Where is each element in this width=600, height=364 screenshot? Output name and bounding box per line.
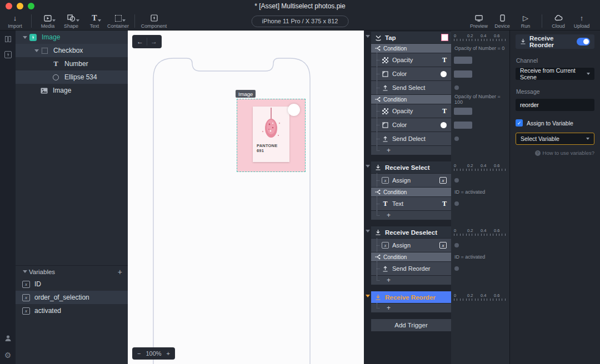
response-row-opacity[interactable]: OpacityT <box>364 53 509 67</box>
component-panel-icon[interactable] <box>4 51 12 58</box>
message-input[interactable] <box>516 99 594 111</box>
back-button[interactable]: ← <box>133 38 147 46</box>
expand-caret-icon[interactable] <box>23 36 27 39</box>
expand-caret-icon[interactable] <box>34 49 39 52</box>
import-button[interactable]: ↓ Import <box>3 13 27 29</box>
media-button[interactable]: Media <box>36 13 59 29</box>
layers-panel-icon[interactable] <box>5 36 11 42</box>
response-row-opacity[interactable]: OpacityT <box>364 104 509 118</box>
timeline-bar[interactable] <box>454 122 472 129</box>
timeline-ruler: 00.20.40.6 <box>454 163 507 171</box>
response-row-assign[interactable]: xAssignx <box>364 174 509 187</box>
variable-dropdown[interactable]: Select Variable <box>516 133 594 145</box>
minimize-window-button[interactable] <box>17 3 23 9</box>
timeline-bar[interactable] <box>454 108 472 115</box>
zoom-in-button[interactable]: + <box>167 350 170 357</box>
tap-area-chip[interactable] <box>441 34 448 41</box>
collapse-caret-icon[interactable] <box>366 295 370 297</box>
selected-image-layer[interactable]: Image PANTONE <box>237 99 306 172</box>
expand-caret-icon[interactable] <box>23 270 27 273</box>
condition-row[interactable]: Condition ID = activated <box>364 188 509 196</box>
trigger-enabled-toggle[interactable] <box>577 38 590 46</box>
timeline-bar[interactable] <box>454 70 472 78</box>
response-row-color[interactable]: Color <box>364 67 509 80</box>
settings-gear-icon[interactable]: ⚙ <box>4 351 12 360</box>
layer-item-checkbox[interactable]: Checkbox <box>16 44 128 57</box>
trigger-properties-header[interactable]: Receive Reorder <box>516 34 594 49</box>
checkbox-checked-icon[interactable]: ✓ <box>516 119 523 127</box>
text-button[interactable]: T Text <box>83 13 106 29</box>
assign-to-variable-row[interactable]: ✓ Assign to Variable <box>516 119 594 127</box>
add-response-row[interactable]: + <box>364 304 509 312</box>
variables-help-link[interactable]: ? How to use variables? <box>516 150 594 156</box>
response-row-send-select[interactable]: Send Select <box>364 81 509 94</box>
variable-icon: x <box>22 294 30 301</box>
target-ellipse-icon <box>441 71 447 77</box>
channel-dropdown[interactable]: Receive from Current Scene <box>516 68 594 80</box>
layer-item-ellipse[interactable]: Ellipse 534 <box>16 70 128 84</box>
layer-item-number[interactable]: T Number <box>16 57 128 70</box>
variable-name: activated <box>34 307 61 315</box>
component-button[interactable]: Component <box>139 13 168 29</box>
timeline-dot[interactable] <box>454 201 459 206</box>
zoom-out-button[interactable]: − <box>137 350 141 357</box>
window-controls[interactable] <box>6 3 34 9</box>
add-trigger-button[interactable]: Add Trigger <box>371 319 451 331</box>
response-row-text[interactable]: TTextT <box>364 197 509 210</box>
variable-item-order-of-selection[interactable]: x order_of_selection <box>16 291 128 304</box>
variable-item-activated[interactable]: x activated <box>16 304 128 317</box>
timeline-dot[interactable] <box>454 178 459 183</box>
timeline-dot[interactable] <box>454 85 459 90</box>
text-icon: T <box>92 14 97 22</box>
zoom-window-button[interactable] <box>28 3 34 9</box>
variables-header[interactable]: Variables + <box>16 265 128 277</box>
import-icon: ↓ <box>13 14 17 22</box>
checkbox-ellipse[interactable] <box>288 104 300 116</box>
layer-item-image[interactable]: Image <box>16 84 128 97</box>
timeline-bar[interactable] <box>454 57 472 64</box>
trigger-section-receive-reorder: Receive Reorder 00.20.40.6 + <box>364 291 509 312</box>
upload-button[interactable]: ↑ Upload <box>570 13 593 29</box>
zoom-level[interactable]: 100% <box>146 350 161 357</box>
account-icon[interactable] <box>4 334 12 344</box>
canvas[interactable]: ← → Image <box>128 31 364 364</box>
response-row-color[interactable]: Color <box>364 118 509 132</box>
add-response-row[interactable]: + <box>364 211 509 220</box>
layers-panel: Image Checkbox T Number Ellipse 534 Imag… <box>16 31 128 364</box>
condition-row[interactable]: Condition ID = activated <box>364 252 509 261</box>
collapse-caret-icon[interactable] <box>366 35 370 38</box>
close-window-button[interactable] <box>6 3 12 9</box>
selection-label: Image <box>236 90 256 98</box>
timeline-dot[interactable] <box>454 243 459 247</box>
add-response-row[interactable]: + <box>364 276 509 285</box>
condition-row[interactable]: Condition Opacity of Number = 0 <box>364 44 509 53</box>
device-button[interactable]: Device <box>491 13 514 29</box>
cloud-button[interactable]: Cloud <box>547 13 570 29</box>
trigger-header-receive-select[interactable]: Receive Select 00.20.40.6 <box>364 161 509 173</box>
variable-item-id[interactable]: x ID <box>16 277 128 291</box>
timeline-ruler: 00.20.40.6 <box>454 293 507 301</box>
response-row-send-delect[interactable]: Send Delect <box>364 132 509 145</box>
condition-row[interactable]: Condition Opacity of Number = 100 <box>364 95 509 104</box>
layer-item-image-component[interactable]: Image <box>16 31 128 44</box>
add-variable-button[interactable]: + <box>118 267 122 276</box>
protopie-window: * [Asset] Multiselect photos.pie ↓ Impor… <box>0 0 600 364</box>
add-response-row[interactable]: + <box>364 146 509 155</box>
variable-name: order_of_selection <box>34 294 89 301</box>
trigger-header-tap[interactable]: Tap 00.20.40.6 <box>364 32 509 43</box>
timeline-dot[interactable] <box>454 136 459 141</box>
run-button[interactable]: ▷ Run <box>514 13 537 29</box>
collapse-caret-icon[interactable] <box>366 165 370 168</box>
preview-button[interactable]: Preview <box>467 13 491 29</box>
collapse-caret-icon[interactable] <box>366 230 370 232</box>
timeline-dot[interactable] <box>454 266 459 271</box>
container-button[interactable]: Container <box>106 13 130 29</box>
response-row-assign[interactable]: xAssignx <box>364 239 509 252</box>
photo-pantone[interactable]: PANTONE 691 <box>237 99 306 172</box>
trigger-header-receive-reorder[interactable]: Receive Reorder 00.20.40.6 <box>364 291 509 303</box>
response-row-send-reorder[interactable]: Send Reorder <box>364 262 509 275</box>
shape-button[interactable]: Shape <box>59 13 83 29</box>
forward-button[interactable]: → <box>147 38 161 46</box>
trigger-header-receive-deselect[interactable]: Receive Deselect 00.20.40.6 <box>364 226 509 238</box>
device-preset-pill[interactable]: iPhone 11 Pro / X 375 x 812 <box>252 16 349 27</box>
